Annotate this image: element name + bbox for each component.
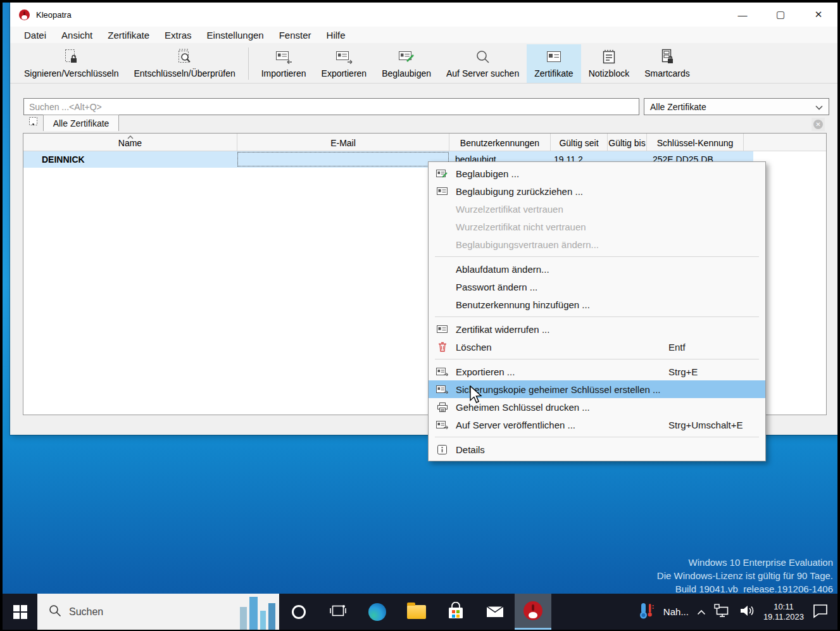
task-view-icon: [330, 603, 346, 621]
watermark-line: Die Windows-Lizenz ist gültig für 90 Tag…: [657, 569, 833, 582]
decrypt-verify-icon: [177, 48, 192, 65]
network-icon[interactable]: [714, 604, 730, 620]
context-menu-item-benutzerkennung-hinzufuegen[interactable]: Benutzerkennung hinzufügen ...: [429, 296, 765, 313]
desktop: Kleopatra — ▢ ✕ Datei Ansicht Zertifikat…: [3, 3, 837, 630]
new-tab-button[interactable]: [26, 116, 41, 130]
microsoft-store-button[interactable]: [440, 594, 472, 630]
export-icon: [429, 367, 456, 376]
column-header-benutzerkennungen[interactable]: Benutzerkennungen: [449, 134, 551, 151]
certificate-context-menu: Beglaubigen ... Beglaubigung zurückziehe…: [428, 161, 766, 461]
menu-extras[interactable]: Extras: [157, 30, 199, 41]
column-header-label: Schlüssel-Kennung: [657, 138, 734, 148]
tray-expand-chevron-icon[interactable]: [697, 607, 706, 617]
context-menu-item-details[interactable]: Details: [429, 440, 765, 458]
screen: Kleopatra — ▢ ✕ Datei Ansicht Zertifikat…: [0, 0, 840, 631]
shortcut-label: Entf: [668, 342, 686, 353]
menu-zertifikate[interactable]: Zertifikate: [100, 30, 157, 41]
column-header-email[interactable]: E-Mail: [237, 134, 449, 151]
context-menu-item-exportieren[interactable]: Exportieren ... Strg+E: [429, 363, 765, 380]
menu-separator: [435, 359, 759, 359]
column-header-filler: [744, 134, 826, 151]
taskbar-search-input[interactable]: [69, 606, 183, 618]
menu-bar: Datei Ansicht Zertifikate Extras Einstel…: [10, 27, 837, 43]
column-header-gueltig-seit[interactable]: Gültig seit: [551, 134, 608, 151]
file-explorer-button[interactable]: [401, 594, 432, 630]
certificate-filter-dropdown[interactable]: Alle Zertifikate: [644, 98, 829, 115]
start-button[interactable]: [3, 594, 37, 630]
context-menu-item-beglaubigungsvertrauen-aendern: Beglaubigungsvertrauen ändern...: [429, 235, 765, 253]
toolbar-label: Notizblock: [589, 68, 630, 78]
volume-icon[interactable]: [739, 604, 755, 620]
import-icon: [275, 48, 292, 65]
toolbar-smartcards[interactable]: Smartcards: [637, 44, 698, 83]
sort-ascending-icon: [127, 134, 134, 141]
toolbar-certify[interactable]: Beglaubigen: [374, 44, 439, 83]
context-menu-item-loeschen[interactable]: Löschen Entf: [429, 338, 765, 356]
menu-fenster[interactable]: Fenster: [272, 30, 319, 41]
search-highlight-image: [240, 594, 275, 630]
menu-datei[interactable]: Datei: [16, 30, 54, 41]
toolbar-label: Importieren: [261, 68, 306, 78]
toolbar-export[interactable]: Exportieren: [314, 44, 375, 83]
certificate-search-input[interactable]: [23, 98, 639, 115]
toolbar-label: Auf Server suchen: [446, 68, 519, 78]
task-view-button[interactable]: [322, 594, 354, 630]
toolbar-sign-encrypt[interactable]: Signieren/Verschlüsseln: [16, 44, 126, 83]
menu-hilfe[interactable]: Hilfe: [319, 30, 353, 41]
edge-button[interactable]: [361, 594, 393, 630]
titlebar: Kleopatra — ▢ ✕: [10, 3, 837, 27]
toolbar-search-server[interactable]: Auf Server suchen: [439, 44, 527, 83]
weather-icon[interactable]: [639, 601, 655, 623]
menu-einstellungen[interactable]: Einstellungen: [199, 30, 272, 41]
maximize-button[interactable]: ▢: [762, 3, 799, 27]
cell-email: [237, 151, 449, 168]
search-icon: [49, 604, 61, 620]
server-search-icon: [475, 48, 491, 65]
column-header-gueltig-bis[interactable]: Gültig bis: [608, 134, 647, 151]
column-header-name[interactable]: Name: [23, 134, 237, 151]
kleopatra-taskbar-button[interactable]: [515, 594, 551, 630]
mail-button[interactable]: [479, 594, 511, 630]
backup-secret-key-icon: [429, 385, 456, 394]
toolbar-notepad[interactable]: Notizblock: [581, 44, 637, 83]
trash-icon: [429, 342, 456, 352]
taskbar-search-box[interactable]: [37, 594, 279, 630]
context-menu-item-zertifikat-widerrufen[interactable]: Zertifikat widerrufen ...: [429, 320, 765, 338]
toolbar-label: Entschlüsseln/Überprüfen: [134, 68, 235, 78]
toolbar-label: Signieren/Verschlüsseln: [24, 68, 118, 78]
cortana-button[interactable]: [283, 594, 315, 630]
clear-filter-button[interactable]: ✕: [812, 118, 825, 131]
cell-name: DEINNICK: [23, 151, 237, 168]
context-menu-item-passwort-aendern[interactable]: Passwort ändern ...: [429, 278, 765, 296]
sign-encrypt-icon: [64, 48, 78, 65]
context-menu-item-beglaubigung-zurueckziehen[interactable]: Beglaubigung zurückziehen ...: [429, 182, 765, 200]
minimize-button[interactable]: —: [724, 3, 762, 27]
watermark-line: Windows 10 Enterprise Evaluation: [657, 556, 833, 569]
toolbar-label: Zertifikate: [534, 68, 573, 78]
taskbar-clock[interactable]: 10:11 19.11.2023: [763, 602, 804, 622]
context-menu-item-beglaubigen[interactable]: Beglaubigen ...: [429, 165, 765, 182]
context-menu-item-ablaufdatum-aendern[interactable]: Ablaufdatum ändern...: [429, 260, 765, 278]
export-icon: [335, 48, 353, 65]
focused-cell-outline: [237, 152, 449, 166]
close-icon: ✕: [813, 120, 823, 129]
toolbar-decrypt-verify[interactable]: Entschlüsseln/Überprüfen: [126, 44, 242, 83]
certify-icon: [398, 48, 415, 65]
context-menu-item-auf-server-veroeffentlichen[interactable]: Auf Server veröffentlichen ... Strg+Umsc…: [429, 416, 765, 434]
kleopatra-icon: [523, 601, 542, 620]
windows-watermark: Windows 10 Enterprise Evaluation Die Win…: [657, 556, 833, 596]
toolbar-import[interactable]: Importieren: [254, 44, 314, 83]
weather-label[interactable]: Nah...: [663, 606, 689, 617]
mouse-cursor: [469, 385, 483, 407]
toolbar-certificates[interactable]: Zertifikate: [527, 44, 580, 83]
taskbar: Nah... 10:11 19.11.2023: [3, 594, 837, 630]
shortcut-label: Strg+Umschalt+E: [668, 420, 743, 430]
notepad-icon: [602, 48, 616, 65]
column-header-schluessel-kennung[interactable]: Schlüssel-Kennung: [647, 134, 744, 151]
menu-ansicht[interactable]: Ansicht: [54, 30, 100, 41]
kleopatra-app-icon: [19, 9, 30, 20]
clock-time: 10:11: [763, 602, 804, 612]
action-center-icon[interactable]: [812, 603, 829, 621]
tab-alle-zertifikate[interactable]: Alle Zertifikate: [43, 115, 119, 131]
close-button[interactable]: ✕: [799, 3, 837, 27]
